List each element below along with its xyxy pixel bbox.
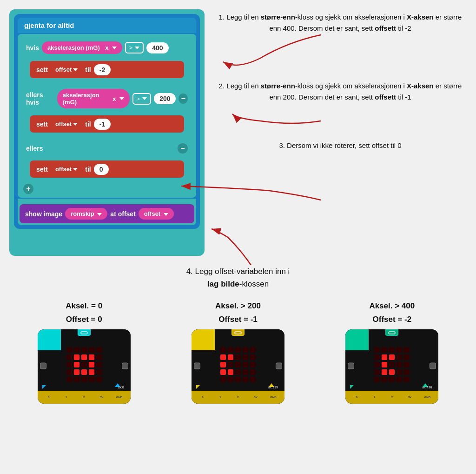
ax-display-3: ax:436: [422, 386, 432, 389]
offset-dropdown-2[interactable]: [73, 123, 78, 126]
led: [250, 362, 256, 367]
gt-dropdown-1[interactable]: [135, 47, 139, 49]
accel-block-2[interactable]: akselerasjon (mG) x: [57, 89, 130, 108]
offset-var-3[interactable]: offset: [51, 163, 82, 175]
x-dropdown-1[interactable]: [112, 47, 117, 49]
led: [250, 369, 256, 375]
offset-var-2[interactable]: offset: [51, 118, 82, 130]
led: [389, 362, 395, 367]
value-0[interactable]: 0: [94, 164, 109, 175]
led: [220, 347, 226, 353]
led: [66, 362, 72, 367]
gt-dropdown-2[interactable]: [142, 97, 147, 100]
value-neg2[interactable]: -2: [94, 64, 111, 75]
led: [74, 377, 79, 382]
romskip-dropdown[interactable]: [97, 213, 102, 216]
gt-op-1[interactable]: >: [125, 42, 144, 53]
show-image-row: show image romskip at offset offset: [18, 199, 196, 225]
btn-a-2[interactable]: [194, 363, 200, 369]
accel-label-2: akselerasjon (mG): [63, 92, 107, 106]
else-label: ellers: [26, 145, 43, 152]
btn-b-1[interactable]: [122, 363, 128, 369]
plus-btn-row: +: [20, 182, 194, 196]
if-label: hvis: [26, 44, 39, 52]
ax-display-2: ax:239: [268, 386, 278, 389]
led: [374, 347, 380, 353]
corner-tl-3: [345, 329, 369, 350]
btn-a-1[interactable]: [40, 363, 46, 369]
microbit-label-1: Aksel. = 0 Offset = 0: [66, 300, 102, 327]
value-neg1[interactable]: -1: [94, 119, 111, 130]
led: [220, 369, 226, 375]
led: [89, 377, 94, 382]
corner-tr-3: [415, 329, 438, 350]
led: [243, 362, 248, 367]
accel-block-1[interactable]: akselerasjon (mG) x: [42, 41, 122, 54]
led: [228, 377, 233, 382]
btn-a-3[interactable]: [348, 363, 354, 369]
romskip-block[interactable]: romskip: [65, 208, 107, 220]
x-label-1: x: [105, 44, 108, 51]
offset-var-1[interactable]: offset: [51, 64, 82, 75]
microbit-card-3: Aksel. > 400 Offset = -2: [345, 300, 438, 404]
minus-btn-1[interactable]: −: [178, 93, 188, 104]
led: [89, 347, 94, 353]
offset-var-show[interactable]: offset: [139, 208, 174, 220]
microbit-image-2: ax:239 0 1 2 3V GND: [192, 329, 284, 404]
tri-bl-3: [350, 385, 354, 389]
led: [250, 354, 256, 360]
romskip-label: romskip: [71, 210, 94, 217]
pins-bar-3: 0 1 2 3V GND: [345, 391, 438, 404]
set-row-1: sett offset til -2: [21, 58, 192, 81]
led: [66, 377, 72, 382]
led: [89, 369, 94, 375]
led: [382, 354, 387, 360]
offset-show-dropdown[interactable]: [164, 213, 168, 216]
led: [397, 377, 402, 382]
til-label-3: til: [85, 166, 91, 173]
x-dropdown-2[interactable]: [119, 97, 124, 100]
value-400[interactable]: 400: [146, 42, 168, 53]
ax-display-1: ax:0: [118, 386, 124, 389]
offset-dropdown-3[interactable]: [73, 168, 78, 171]
x-label-2: x: [112, 95, 116, 102]
led: [74, 347, 79, 353]
set-block-2[interactable]: sett offset til -1: [30, 115, 184, 133]
led: [228, 354, 233, 360]
set-block-1[interactable]: sett offset til -2: [30, 61, 184, 78]
offset-dropdown-1[interactable]: [73, 68, 78, 71]
else-section: ellers − sett offset til 0: [20, 138, 194, 182]
minus-btn-2[interactable]: −: [178, 143, 188, 154]
led-grid-3: [374, 347, 410, 382]
plus-btn[interactable]: +: [23, 184, 33, 194]
annotation-1: 1. Legg til en større-enn-kloss og sjekk…: [218, 12, 462, 34]
led: [96, 377, 102, 382]
led: [74, 362, 79, 367]
led: [220, 354, 226, 360]
value-200[interactable]: 200: [154, 93, 176, 104]
tri-bl-1: [42, 385, 46, 389]
microbit-image-1: ax:0 0 1 2 3V GND: [38, 329, 131, 404]
show-image-block[interactable]: show image romskip at offset offset: [20, 204, 194, 223]
btn-b-3[interactable]: [430, 363, 436, 369]
led: [228, 347, 233, 353]
btn-b-2[interactable]: [276, 363, 282, 369]
corner-tr-1: [107, 329, 131, 350]
led: [374, 362, 380, 367]
else-if-label: ellers hvis: [26, 91, 54, 106]
accel-label-1: akselerasjon (mG): [47, 44, 100, 51]
usb-1: [78, 329, 91, 336]
gt-op-2[interactable]: >: [132, 93, 152, 105]
bottom-section: 4. Legg offset-variabelen inn i lag bild…: [0, 260, 476, 413]
led: [404, 369, 410, 375]
led: [96, 362, 102, 367]
led: [404, 377, 410, 382]
led: [81, 347, 87, 353]
led: [96, 354, 102, 360]
microbit-card-1: Aksel. = 0 Offset = 0: [38, 300, 131, 404]
led: [374, 369, 380, 375]
led: [374, 354, 380, 360]
set-block-3[interactable]: sett offset til 0: [30, 160, 184, 178]
offset-label-2: offset: [55, 120, 72, 127]
offset-label-3: offset: [55, 166, 72, 173]
